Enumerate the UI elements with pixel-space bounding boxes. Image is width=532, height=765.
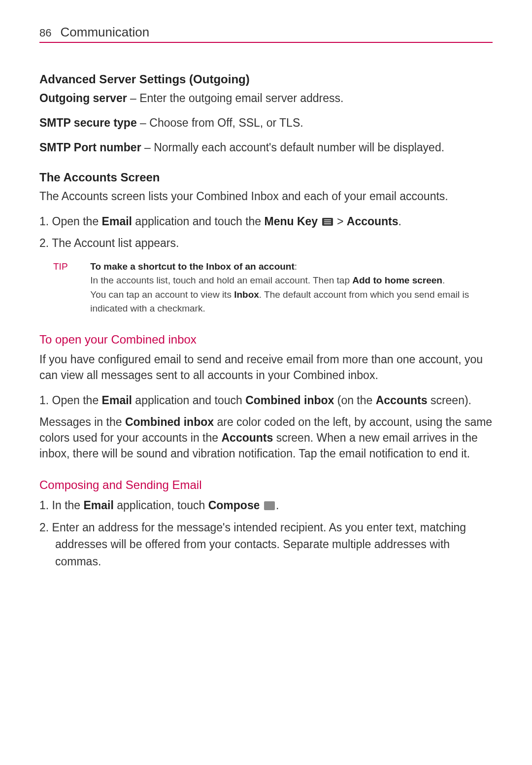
bold-combined-inbox: Combined inbox — [245, 394, 334, 407]
text-combined-color-coded: Messages in the Combined inbox are color… — [39, 414, 493, 462]
bold-email: Email — [102, 394, 132, 407]
step-text: . — [276, 499, 279, 512]
heading-composing-sending-email: Composing and Sending Email — [39, 478, 493, 492]
bold-accounts: Accounts — [347, 215, 399, 228]
step-number: 1. — [39, 394, 49, 407]
tip-block: TIP To make a shortcut to the Inbox of a… — [53, 260, 493, 316]
bold-email: Email — [102, 215, 132, 228]
step-text: application, touch — [114, 499, 208, 512]
step-text: > — [334, 215, 347, 228]
composing-step-2: 2. Enter an address for the message's in… — [39, 519, 493, 570]
desc-outgoing-server: – Enter the outgoing email server addres… — [127, 92, 344, 104]
desc-smtp-port-number: – Normally each account's default number… — [141, 141, 445, 154]
heading-accounts-screen: The Accounts Screen — [39, 171, 493, 184]
label-smtp-port-number: SMTP Port number — [39, 141, 141, 154]
text-outgoing-server: Outgoing server – Enter the outgoing ema… — [39, 90, 493, 106]
accounts-step-2: 2. The Account list appears. — [39, 235, 493, 252]
tip-line-2c: . — [442, 275, 445, 285]
step-text: screen). — [428, 394, 471, 407]
heading-combined-inbox: To open your Combined inbox — [39, 333, 493, 347]
bold-compose: Compose — [208, 499, 263, 512]
tip-add-to-home: Add to home screen — [352, 275, 442, 285]
section-title: Communication — [60, 25, 149, 40]
step-text: Open the — [49, 394, 101, 407]
bold-menu-key: Menu Key — [265, 215, 321, 228]
step-text: . — [399, 215, 401, 228]
step-text: application and touch the — [132, 215, 265, 228]
composing-step-1: 1. In the Email application, touch Compo… — [39, 497, 493, 514]
step-text: (on the — [334, 394, 375, 407]
text-combined-intro: If you have configured email to send and… — [39, 351, 493, 383]
step-text: application and touch — [132, 394, 245, 407]
accounts-step-1: 1. Open the Email application and touch … — [39, 213, 493, 230]
label-smtp-secure-type: SMTP secure type — [39, 116, 137, 129]
tip-label: TIP — [53, 260, 88, 274]
bold-accounts: Accounts — [376, 394, 428, 407]
step-number: 1. — [39, 215, 49, 228]
tip-line-3a: You can tap an account to view its — [90, 289, 234, 300]
page-container: 86 Communication Advanced Server Setting… — [0, 0, 532, 614]
step-number: 2. — [39, 237, 49, 249]
bold-email: Email — [84, 499, 114, 512]
tip-colon: : — [295, 261, 297, 272]
page-header: 86 Communication — [39, 25, 493, 43]
tip-body: To make a shortcut to the Inbox of an ac… — [90, 260, 479, 316]
step-text: The Account list appears. — [49, 237, 179, 249]
step-text: Enter an address for the message's inten… — [49, 521, 466, 568]
menu-key-icon — [322, 218, 333, 226]
heading-advanced-server-settings: Advanced Server Settings (Outgoing) — [39, 72, 493, 86]
bold-accounts: Accounts — [221, 431, 273, 444]
step-text: In the — [49, 499, 83, 512]
step-text: Open the — [49, 215, 101, 228]
compose-icon — [264, 501, 275, 510]
page-number: 86 — [39, 27, 51, 39]
step-number: 2. — [39, 521, 49, 534]
tip-inbox: Inbox — [234, 289, 259, 300]
bold-combined-inbox: Combined inbox — [125, 416, 214, 428]
label-outgoing-server: Outgoing server — [39, 92, 127, 104]
text-accounts-intro: The Accounts screen lists your Combined … — [39, 188, 493, 204]
desc-smtp-secure-type: – Choose from Off, SSL, or TLS. — [137, 116, 303, 129]
tip-title: To make a shortcut to the Inbox of an ac… — [90, 261, 295, 272]
text-smtp-secure-type: SMTP secure type – Choose from Off, SSL,… — [39, 115, 493, 131]
tip-line-2a: In the accounts list, touch and hold an … — [90, 275, 352, 285]
combined-step-1: 1. Open the Email application and touch … — [39, 392, 493, 409]
step-number: 1. — [39, 499, 49, 512]
para-text: Messages in the — [39, 416, 125, 428]
text-smtp-port-number: SMTP Port number – Normally each account… — [39, 139, 493, 155]
